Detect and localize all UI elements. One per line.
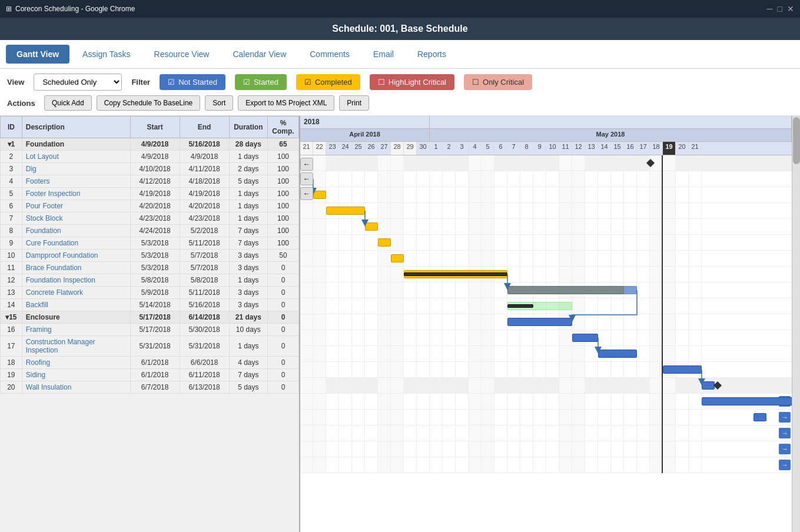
cell-desc[interactable]: Construction Manager Inspection [22, 336, 130, 357]
table-row[interactable]: 11Brace Foundation5/3/20185/7/20183 days… [1, 262, 299, 274]
table-row[interactable]: ▾15Enclosure5/17/20186/14/201821 days0 [1, 311, 299, 324]
cell-desc[interactable]: Wall Insulation [22, 381, 130, 394]
scrollbar-thumb[interactable] [793, 117, 800, 164]
nav-left-arrow-2[interactable]: ← [300, 172, 313, 185]
cell-desc[interactable]: Foundation [22, 138, 130, 151]
gantt-bar[interactable] [404, 272, 507, 276]
print-button[interactable]: Print [339, 95, 369, 111]
table-row[interactable]: 6Pour Footer4/20/20184/20/20181 days100 [1, 200, 299, 212]
gantt-bar[interactable] [702, 397, 792, 405]
expand-icon[interactable]: ▾1 [8, 140, 15, 148]
cell-desc[interactable]: Brace Foundation [22, 262, 130, 274]
sort-button[interactable]: Sort [205, 95, 233, 111]
table-row[interactable]: 14Backfill5/14/20185/16/20183 days0 [1, 299, 299, 311]
tab-email[interactable]: Email [363, 45, 404, 64]
gantt-bar[interactable] [391, 254, 404, 262]
cell-desc[interactable]: Backfill [22, 299, 130, 311]
filter-started[interactable]: ☑ Started [235, 74, 287, 90]
table-row[interactable]: 9Cure Foundation5/3/20185/11/20187 days1… [1, 237, 299, 250]
table-row[interactable]: 10Dampproof Foundation5/3/20185/7/20183 … [1, 250, 299, 262]
table-row[interactable]: 12Foundation Inspection5/8/20185/8/20181… [1, 274, 299, 287]
gantt-right-arrow[interactable]: → [779, 444, 791, 454]
gantt-right-arrow[interactable]: → [779, 428, 791, 438]
tab-resource-view[interactable]: Resource View [144, 45, 220, 64]
table-row[interactable]: 18Roofing6/1/20186/6/20184 days0 [1, 357, 299, 369]
tab-gantt-view[interactable]: Gantt View [6, 45, 69, 64]
table-row[interactable]: 16Framing5/17/20185/30/201810 days0 [1, 324, 299, 336]
gantt-grid-cell [559, 267, 572, 282]
filter-highlight-critical[interactable]: ☐ HighLight Critical [370, 74, 454, 90]
export-button[interactable]: Export to MS Project XML [238, 95, 334, 111]
table-row[interactable]: 8Foundation4/24/20185/2/20187 days100 [1, 225, 299, 237]
quick-add-button[interactable]: Quick Add [44, 95, 92, 111]
table-row[interactable]: ▾1Foundation4/9/20185/16/201828 days65 [1, 138, 299, 151]
table-row[interactable]: 2Lot Layout4/9/20184/9/20181 days100 [1, 151, 299, 163]
cell-desc[interactable]: Concrete Flatwork [22, 287, 130, 299]
gantt-bar[interactable] [365, 222, 378, 231]
gantt-row [300, 346, 792, 362]
gantt-bar[interactable] [326, 207, 365, 215]
tab-calendar-view[interactable]: Calendar View [222, 45, 297, 64]
gantt-grid-cell [326, 441, 339, 457]
view-select[interactable]: Scheduled Only All Tasks [34, 74, 122, 91]
gantt-bar[interactable] [663, 365, 702, 374]
minimize-button[interactable]: ─ [767, 4, 773, 14]
tab-reports[interactable]: Reports [407, 45, 457, 64]
gantt-bar[interactable] [753, 413, 766, 421]
cell-desc[interactable]: Framing [22, 324, 130, 336]
gantt-grid-cell [430, 362, 443, 377]
app-title: Corecon Scheduling - Google Chrome [15, 5, 135, 13]
cell-desc[interactable]: Siding [22, 369, 130, 381]
gantt-bar[interactable] [598, 350, 637, 358]
vertical-scrollbar[interactable] [792, 116, 800, 532]
gantt-container[interactable]: 2018 April 2018 May 2018 212223242526272… [300, 116, 792, 532]
cell-desc[interactable]: Dig [22, 163, 130, 175]
expand-icon[interactable]: ▾15 [5, 313, 16, 321]
nav-left-arrow-3[interactable]: ← [300, 187, 313, 200]
cell-desc[interactable]: Roofing [22, 357, 130, 369]
cell-desc[interactable]: Footer Inspection [22, 188, 130, 200]
gantt-grid-cell [650, 362, 663, 377]
copy-schedule-button[interactable]: Copy Schedule To BaseLine [97, 95, 201, 111]
cell-id: ▾15 [1, 311, 22, 324]
close-button[interactable]: ✕ [787, 4, 794, 14]
gantt-right-arrow[interactable]: → [779, 460, 791, 470]
table-row[interactable]: 3Dig4/10/20184/11/20182 days100 [1, 163, 299, 175]
cell-desc[interactable]: Pour Footer [22, 200, 130, 212]
gantt-bar[interactable] [507, 304, 533, 308]
cell-desc[interactable]: Foundation [22, 225, 130, 237]
cell-desc[interactable]: Lot Layout [22, 151, 130, 163]
gantt-grid-cell [482, 330, 494, 345]
filter-only-critical[interactable]: ☐ Only Critical [464, 74, 532, 90]
gantt-bar[interactable] [313, 191, 326, 199]
table-row[interactable]: 20Wall Insulation6/7/20186/13/20185 days… [1, 381, 299, 394]
cell-desc[interactable]: Cure Foundation [22, 237, 130, 250]
cell-desc[interactable]: Foundation Inspection [22, 274, 130, 287]
gantt-bar[interactable] [702, 381, 715, 390]
tab-assign-tasks[interactable]: Assign Tasks [72, 45, 141, 64]
table-row[interactable]: 19Siding6/1/20186/11/20187 days0 [1, 369, 299, 381]
gantt-bar[interactable] [378, 238, 391, 247]
table-row[interactable]: 7Stock Block4/23/20184/23/20181 days100 [1, 212, 299, 225]
cell-desc[interactable]: Dampproof Foundation [22, 250, 130, 262]
table-row[interactable]: 13Concrete Flatwork5/9/20185/11/20183 da… [1, 287, 299, 299]
cell-desc[interactable]: Footers [22, 175, 130, 188]
nav-left-arrow-1[interactable]: ← [300, 158, 313, 171]
gantt-bar[interactable] [572, 334, 598, 342]
filter-not-started[interactable]: ☑ Not Started [160, 74, 225, 90]
task-table-container[interactable]: ID Description Start End Duration % Comp… [0, 116, 300, 532]
cell-desc[interactable]: Stock Block [22, 212, 130, 225]
gantt-grid-cell [650, 203, 663, 218]
tab-comments[interactable]: Comments [299, 45, 360, 64]
gantt-right-arrow[interactable]: → [779, 412, 791, 423]
table-row[interactable]: 4Footers4/12/20184/18/20185 days100 [1, 175, 299, 188]
cell-desc[interactable]: Enclosure [22, 311, 130, 324]
table-row[interactable]: 17Construction Manager Inspection5/31/20… [1, 336, 299, 357]
gantt-grid-cell [404, 314, 417, 330]
gantt-bar[interactable] [507, 318, 572, 326]
table-row[interactable]: 5Footer Inspection4/19/20184/19/20181 da… [1, 188, 299, 200]
gantt-bar[interactable] [507, 286, 637, 294]
maximize-button[interactable]: □ [778, 4, 782, 14]
gantt-grid-cell [689, 330, 702, 345]
filter-completed[interactable]: ☑ Completed [296, 74, 360, 90]
